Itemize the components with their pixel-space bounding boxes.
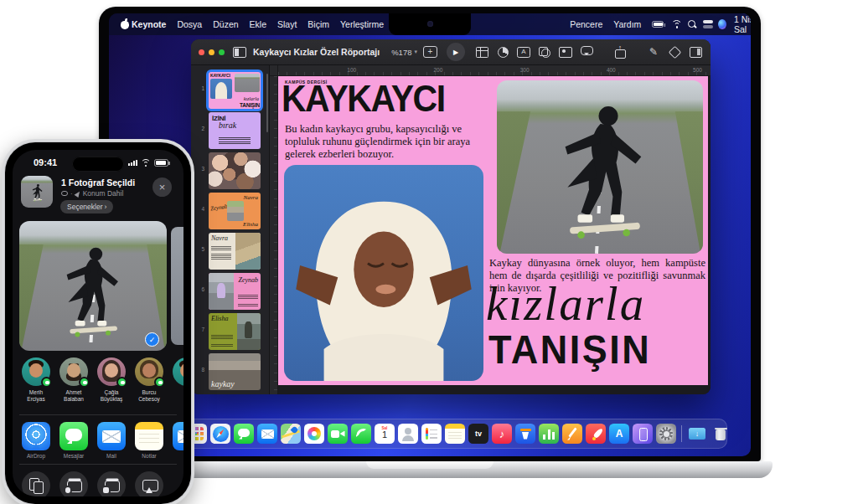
skater-illustration: [534, 101, 674, 249]
slide-thumbnail-8[interactable]: kaykay: [209, 353, 261, 390]
slide-thumb-row: 7 Elisha: [191, 311, 269, 352]
slide-thumb-row: 5 Navra: [191, 231, 269, 271]
system-settings-dock-icon[interactable]: [656, 424, 676, 444]
slide-thumbnail-2[interactable]: İZİNİ bırak: [209, 112, 261, 149]
music-dock-icon[interactable]: [492, 424, 512, 444]
notes-dock-icon[interactable]: [445, 424, 465, 444]
rocket-app-dock-icon[interactable]: [586, 424, 606, 444]
media-tool-button[interactable]: [558, 45, 573, 59]
skater-illustration: [54, 242, 132, 346]
airplay-action-button[interactable]: [135, 471, 163, 496]
siri-icon[interactable]: [718, 19, 726, 29]
ruler-tick: 500: [693, 67, 702, 73]
view-sidebar-button[interactable]: [232, 45, 247, 59]
current-slide[interactable]: KAMPÜS DERGİSİ KAYKAYCI Bu kadın kaykayc…: [278, 76, 708, 385]
share-app-messages[interactable]: Mesajlar: [55, 422, 92, 459]
trash-dock-icon[interactable]: [711, 424, 731, 444]
format-button[interactable]: [646, 45, 661, 59]
numbers-dock-icon[interactable]: [539, 424, 559, 444]
keynote-toolbar: Kaykaycı Kızlar Özel Röportajı %178 ▾ + …: [191, 39, 711, 65]
maps-dock-icon[interactable]: [281, 424, 301, 444]
wifi-icon[interactable]: [671, 20, 680, 28]
control-center-icon[interactable]: [703, 20, 711, 28]
menu-bicim[interactable]: Biçim: [307, 19, 329, 29]
zoom-window-button[interactable]: [219, 49, 225, 55]
menu-status-cluster: 1 Nis Sal 09:41: [652, 14, 751, 34]
share-app-mail[interactable]: Mail: [93, 422, 130, 459]
slide-intro-text[interactable]: Bu kadın kaykaycı grubu, kapsayıcılığı v…: [285, 123, 483, 161]
menu-keynote[interactable]: Keynote: [132, 19, 166, 29]
reminders-dock-icon[interactable]: [421, 424, 442, 444]
contacts-dock-icon[interactable]: [398, 424, 418, 444]
airdrop-icon: [22, 422, 50, 450]
chart-tool-button[interactable]: [495, 45, 510, 59]
play-button[interactable]: ▶: [447, 43, 465, 61]
airdrop-contact[interactable]: BurcuCebesoy: [131, 357, 168, 404]
close-button[interactable]: ×: [152, 177, 172, 197]
slide-thumbnail-1[interactable]: KAYKAYCI kızlarla TANIŞIN: [209, 72, 261, 109]
options-button[interactable]: Seçenekler ›: [60, 200, 113, 213]
appstore-dock-icon[interactable]: [609, 424, 629, 444]
save-to-stack-action-button[interactable]: [97, 471, 126, 496]
share-app-airdrop[interactable]: AirDrop: [18, 422, 54, 459]
zoom-level-control[interactable]: %178 ▾: [391, 48, 417, 57]
downloads-dock-icon[interactable]: [687, 424, 707, 444]
add-to-album-action-button[interactable]: [59, 471, 88, 496]
battery-icon: [154, 159, 168, 167]
next-photo-edge[interactable]: [171, 227, 183, 345]
avatar: [59, 357, 88, 386]
close-window-button[interactable]: [199, 49, 204, 55]
menu-ekle[interactable]: Ekle: [250, 19, 266, 29]
search-icon[interactable]: [688, 20, 695, 29]
mail-dock-icon[interactable]: [257, 424, 277, 444]
slide-headline-text[interactable]: KAYKAYCI: [282, 81, 445, 117]
menu-clock[interactable]: 1 Nis Sal 09:41: [734, 14, 751, 34]
keynote-dock-icon[interactable]: [515, 424, 535, 444]
pages-dock-icon[interactable]: [562, 424, 582, 444]
photos-dock-icon[interactable]: [304, 424, 324, 444]
menu-dosya[interactable]: Dosya: [177, 19, 202, 29]
slide-thumbnail-3[interactable]: [209, 152, 261, 189]
add-slide-button[interactable]: +: [423, 46, 437, 58]
menu-yardim[interactable]: Yardım: [613, 19, 641, 29]
slide-thumbnail-4[interactable]: Navra Zeynab Elisha: [209, 193, 261, 229]
menu-pencere[interactable]: Pencere: [570, 19, 602, 29]
share-button[interactable]: [612, 45, 628, 59]
table-tool-button[interactable]: [474, 45, 489, 59]
menu-slayt[interactable]: Slayt: [277, 19, 297, 29]
animate-button[interactable]: [667, 45, 682, 59]
slide-thumbnail-5[interactable]: Navra: [209, 233, 261, 270]
appletv-dock-icon[interactable]: tv: [468, 424, 488, 444]
iphone-mirroring-dock-icon[interactable]: [633, 424, 653, 444]
phone-dock-icon[interactable]: [351, 424, 371, 444]
slide-thumbnail-7[interactable]: Elisha: [209, 313, 261, 350]
selected-photo[interactable]: [19, 221, 167, 351]
facetime-dock-icon[interactable]: [328, 424, 348, 444]
text-tool-button[interactable]: [516, 45, 531, 59]
slide-closing-text[interactable]: TANIŞIN: [488, 330, 651, 369]
slide-thumbnail-6[interactable]: Zeynab: [209, 273, 261, 310]
slide-portrait-photo[interactable]: [284, 165, 483, 381]
airdrop-contact[interactable]: ÇağlaBüyüktaş: [93, 357, 130, 404]
slide-script-text[interactable]: kızlarla: [486, 280, 645, 327]
menu-yerlestirme[interactable]: Yerleştirme: [340, 19, 384, 29]
menu-duzen[interactable]: Düzen: [213, 19, 238, 29]
comment-tool-button[interactable]: [579, 45, 594, 59]
safari-dock-icon[interactable]: [210, 424, 230, 444]
battery-icon[interactable]: [652, 21, 664, 28]
calendar-dock-icon[interactable]: Sal 1: [375, 424, 395, 444]
navigator-scrollbar[interactable]: [266, 74, 269, 132]
airdrop-contact[interactable]: AhmetBalaban: [55, 357, 92, 404]
copy-action-button[interactable]: [22, 471, 50, 496]
minimize-window-button[interactable]: [209, 49, 214, 55]
shape-tool-button[interactable]: [537, 45, 552, 59]
airdrop-contact-partial[interactable]: [168, 357, 183, 386]
airdrop-contact[interactable]: MerihErciyas: [18, 357, 54, 404]
chevron-right-icon: ›: [105, 203, 107, 211]
slide-skater-photo[interactable]: [497, 80, 703, 254]
share-app-partial[interactable]: [168, 422, 183, 450]
skater-illustration: [30, 182, 44, 204]
document-panel-button[interactable]: [688, 45, 703, 59]
share-app-notes[interactable]: Notlar: [131, 422, 168, 459]
messages-dock-icon[interactable]: [234, 424, 254, 444]
